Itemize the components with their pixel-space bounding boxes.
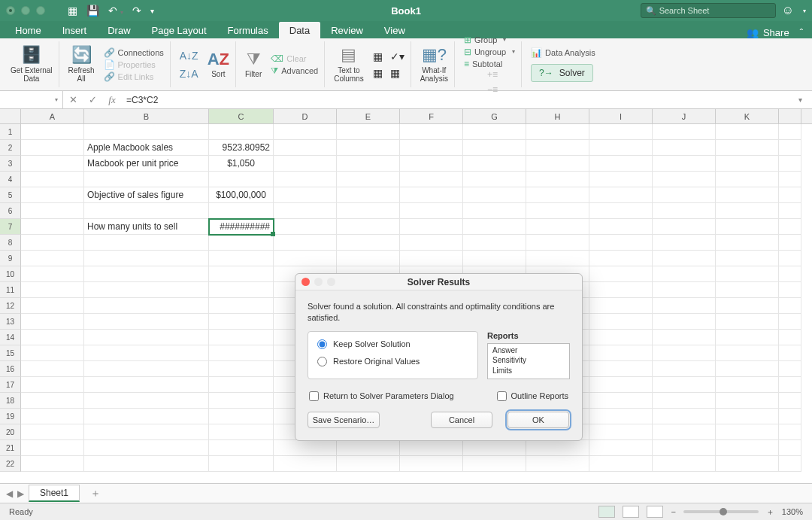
cell-C5[interactable]: $100,00,000 xyxy=(209,187,274,203)
cell-C2[interactable]: 9523.80952 xyxy=(209,140,274,156)
ungroup-button[interactable]: ⊟Ungroup▾ xyxy=(464,47,515,57)
cell-A7[interactable] xyxy=(21,219,84,235)
solver-button[interactable]: ?→Solver xyxy=(531,64,593,82)
cell-C7[interactable]: ########## xyxy=(209,219,274,235)
cell-A15[interactable] xyxy=(21,345,84,361)
row-header-10[interactable]: 10 xyxy=(0,266,21,282)
cell-J20[interactable] xyxy=(653,424,716,440)
cell-I3[interactable] xyxy=(589,156,653,172)
cell-I11[interactable] xyxy=(589,282,653,298)
cell-C20[interactable] xyxy=(209,424,274,440)
row-header-19[interactable]: 19 xyxy=(0,409,21,424)
row-header-16[interactable]: 16 xyxy=(0,361,21,377)
advanced-filter-button[interactable]: ⧩Advanced xyxy=(271,65,318,76)
cell-J17[interactable] xyxy=(653,377,716,393)
cell-K16[interactable] xyxy=(716,361,779,377)
name-box[interactable] xyxy=(0,91,63,108)
row-header-15[interactable]: 15 xyxy=(0,345,21,361)
filter-button[interactable]: ⧩ Filter xyxy=(245,50,262,78)
what-if-analysis-button[interactable]: ▦? What-If Analysis xyxy=(420,46,448,82)
cell-A20[interactable] xyxy=(21,424,84,440)
cell-G1[interactable] xyxy=(463,124,526,140)
cell-I17[interactable] xyxy=(589,377,653,393)
cell-C1[interactable] xyxy=(209,124,274,140)
tab-page-layout[interactable]: Page Layout xyxy=(141,22,217,38)
cell-A13[interactable] xyxy=(21,314,84,330)
cell-K14[interactable] xyxy=(716,330,779,345)
cell-D5[interactable] xyxy=(274,187,337,203)
cell-J15[interactable] xyxy=(653,345,716,361)
sheet-nav-next-icon[interactable]: ▶ xyxy=(17,488,24,499)
enter-formula-icon[interactable]: ✓ xyxy=(83,94,102,105)
cell-K6[interactable] xyxy=(716,203,779,219)
cell-C9[interactable] xyxy=(209,251,274,266)
cell-B18[interactable] xyxy=(84,393,209,409)
cell-A14[interactable] xyxy=(21,330,84,345)
cell-x20[interactable] xyxy=(779,424,801,440)
feedback-menu-caret[interactable]: ▾ xyxy=(803,8,806,14)
group-button[interactable]: ⊞Group▾ xyxy=(464,35,507,45)
cell-J6[interactable] xyxy=(653,203,716,219)
page-layout-view-button[interactable] xyxy=(623,506,639,518)
expand-formula-bar-icon[interactable]: ▾ xyxy=(798,96,812,104)
cell-K20[interactable] xyxy=(716,424,779,440)
cell-G7[interactable] xyxy=(463,219,526,235)
select-all-corner[interactable] xyxy=(0,109,21,123)
cell-B12[interactable] xyxy=(84,298,209,314)
cell-B21[interactable] xyxy=(84,440,209,456)
cell-K3[interactable] xyxy=(716,156,779,172)
sort-desc-icon[interactable]: Z↓A xyxy=(180,68,198,80)
cell-C22[interactable] xyxy=(209,456,274,472)
report-sensitivity[interactable]: Sensitivity xyxy=(492,355,565,366)
insert-function-icon[interactable]: fx xyxy=(102,94,122,106)
minimize-window-button[interactable] xyxy=(21,6,30,15)
cell-G8[interactable] xyxy=(463,235,526,251)
row-header-18[interactable]: 18 xyxy=(0,393,21,409)
cell-K11[interactable] xyxy=(716,282,779,298)
cell-A18[interactable] xyxy=(21,393,84,409)
cell-K15[interactable] xyxy=(716,345,779,361)
cell-I4[interactable] xyxy=(589,172,653,187)
cell-J9[interactable] xyxy=(653,251,716,266)
cell-C6[interactable] xyxy=(209,203,274,219)
row-header-12[interactable]: 12 xyxy=(0,298,21,314)
row-header-11[interactable]: 11 xyxy=(0,282,21,298)
cell-E1[interactable] xyxy=(337,124,400,140)
cell-C16[interactable] xyxy=(209,361,274,377)
cell-F5[interactable] xyxy=(400,187,463,203)
cell-E4[interactable] xyxy=(337,172,400,187)
sheet-nav-prev-icon[interactable]: ◀ xyxy=(6,488,13,499)
cell-H21[interactable] xyxy=(526,440,589,456)
cell-G5[interactable] xyxy=(463,187,526,203)
cancel-button[interactable]: Cancel xyxy=(431,412,492,428)
cell-G6[interactable] xyxy=(463,203,526,219)
cell-J1[interactable] xyxy=(653,124,716,140)
col-header-G[interactable]: G xyxy=(463,109,526,123)
cell-B2[interactable]: Apple Macbook sales xyxy=(84,140,209,156)
cell-D1[interactable] xyxy=(274,124,337,140)
row-header-1[interactable]: 1 xyxy=(0,124,21,140)
cell-K21[interactable] xyxy=(716,440,779,456)
cell-J11[interactable] xyxy=(653,282,716,298)
search-sheet-input[interactable]: 🔍 Search Sheet xyxy=(641,3,776,18)
cell-D4[interactable] xyxy=(274,172,337,187)
clear-filter-button[interactable]: ⌫Clear xyxy=(271,53,306,64)
cell-K4[interactable] xyxy=(716,172,779,187)
sort-button[interactable]: AZ Sort xyxy=(208,50,229,78)
cell-D21[interactable] xyxy=(274,440,337,456)
cell-F9[interactable] xyxy=(400,251,463,266)
cell-H4[interactable] xyxy=(526,172,589,187)
autosave-icon[interactable]: ▦ xyxy=(68,5,77,17)
cell-H6[interactable] xyxy=(526,203,589,219)
cell-E5[interactable] xyxy=(337,187,400,203)
cell-x5[interactable] xyxy=(779,187,801,203)
cell-K22[interactable] xyxy=(716,456,779,472)
row-header-4[interactable]: 4 xyxy=(0,172,21,187)
cell-I1[interactable] xyxy=(589,124,653,140)
cell-E21[interactable] xyxy=(337,440,400,456)
sheet-tab-sheet1[interactable]: Sheet1 xyxy=(29,485,80,502)
cell-E22[interactable] xyxy=(337,456,400,472)
cell-x2[interactable] xyxy=(779,140,801,156)
cell-I19[interactable] xyxy=(589,409,653,424)
cell-C11[interactable] xyxy=(209,282,274,298)
